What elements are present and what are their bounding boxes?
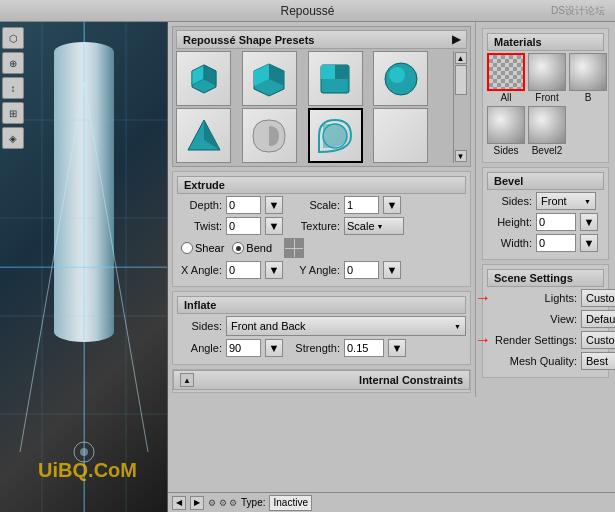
- preset-3[interactable]: [308, 51, 363, 106]
- svg-point-12: [80, 448, 88, 456]
- bottom-icons: ⚙ ⚙ ⚙: [208, 498, 237, 508]
- bevel-height-dropdown[interactable]: ▼: [580, 213, 598, 231]
- xangle-input[interactable]: [226, 261, 261, 279]
- svg-point-23: [389, 67, 405, 83]
- right-panel: Repoussé Shape Presets ▶: [168, 22, 615, 512]
- texture-select[interactable]: Scale ▼: [344, 217, 404, 235]
- render-label: Render Settings:: [487, 334, 577, 346]
- depth-dropdown[interactable]: ▼: [265, 196, 283, 214]
- scroll-thumb[interactable]: [455, 65, 467, 95]
- watermark: DS设计论坛: [551, 4, 605, 18]
- scale-input[interactable]: [344, 196, 379, 214]
- tool-btn-1[interactable]: ⬡: [2, 27, 24, 49]
- bevel-sides-label: Sides:: [487, 195, 532, 207]
- bottom-nav-right[interactable]: ▶: [190, 496, 204, 510]
- type-label: Type:: [241, 497, 265, 508]
- bevel-height-label: Height:: [487, 216, 532, 228]
- mesh-select[interactable]: Best: [581, 352, 615, 370]
- canvas-area: ⬡ ⊕ ↕ ⊞ ◈ U: [0, 22, 168, 512]
- cylinder-shape: [54, 42, 114, 342]
- material-sides[interactable]: Sides: [487, 106, 525, 156]
- bevel-width-dropdown[interactable]: ▼: [580, 234, 598, 252]
- materials-section: Materials All Front: [482, 28, 609, 163]
- material-bevel2[interactable]: Bevel2: [528, 106, 566, 156]
- scale-label: Scale:: [295, 199, 340, 211]
- inflate-strength-label: Strength:: [295, 342, 340, 354]
- material-all-label: All: [500, 92, 511, 103]
- lights-select[interactable]: Custom: [581, 289, 615, 307]
- canvas-watermark: UiBQ.CoM: [38, 459, 137, 482]
- tool-btn-4[interactable]: ⊞: [2, 102, 24, 124]
- inflate-angle-input[interactable]: [226, 339, 261, 357]
- preset-8[interactable]: [373, 108, 428, 163]
- preset-1[interactable]: [176, 51, 231, 106]
- material-sides-label: Sides: [493, 145, 518, 156]
- depth-input[interactable]: [226, 196, 261, 214]
- inflate-section: Inflate Sides: Front and Back ▼ Angle: ▼: [172, 291, 471, 365]
- type-select[interactable]: Inactive: [269, 495, 311, 511]
- presets-arrow[interactable]: ▶: [452, 33, 460, 46]
- bevel-width-input[interactable]: [536, 234, 576, 252]
- lights-label: Lights:: [487, 292, 577, 304]
- twist-dropdown[interactable]: ▼: [265, 217, 283, 235]
- lights-red-arrow: →: [475, 289, 491, 307]
- view-select[interactable]: Default: [581, 310, 615, 328]
- material-b[interactable]: B: [569, 53, 607, 103]
- inflate-angle-label: Angle:: [177, 342, 222, 354]
- xangle-dropdown[interactable]: ▼: [265, 261, 283, 279]
- preset-6[interactable]: [242, 108, 297, 163]
- tool-btn-5[interactable]: ◈: [2, 127, 24, 149]
- bottom-bar: ◀ ▶ ⚙ ⚙ ⚙ Type: Inactive: [168, 492, 615, 512]
- bevel-sides-select[interactable]: Front ▼: [536, 192, 596, 210]
- scroll-down[interactable]: ▼: [455, 150, 467, 162]
- preset-5[interactable]: [176, 108, 231, 163]
- shear-radio[interactable]: Shear: [181, 242, 224, 254]
- preset-4[interactable]: [373, 51, 428, 106]
- material-front[interactable]: Front: [528, 53, 566, 103]
- scale-dropdown[interactable]: ▼: [383, 196, 401, 214]
- material-all[interactable]: All: [487, 53, 525, 103]
- title-bar: Repoussé DS设计论坛: [0, 0, 615, 22]
- view-label: View:: [487, 313, 577, 325]
- inflate-sides-select[interactable]: Front and Back ▼: [226, 316, 466, 336]
- bevel-header: Bevel: [487, 172, 604, 190]
- scene-section: Scene Settings Lights: Custom → View: De: [482, 264, 609, 378]
- window-title: Repoussé: [280, 4, 334, 18]
- presets-scrollbar[interactable]: ▲ ▼: [453, 51, 467, 163]
- yangle-input[interactable]: [344, 261, 379, 279]
- mesh-label: Mesh Quality:: [487, 355, 577, 367]
- extrude-section: Extrude Depth: ▼ Scale: ▼ Twist: ▼: [172, 171, 471, 287]
- internal-arrow[interactable]: ▲: [180, 373, 194, 387]
- tool-btn-2[interactable]: ⊕: [2, 52, 24, 74]
- render-select[interactable]: Custom: [581, 331, 615, 349]
- inflate-strength-input[interactable]: [344, 339, 384, 357]
- material-b-label: B: [585, 92, 592, 103]
- inflate-angle-dropdown[interactable]: ▼: [265, 339, 283, 357]
- bottom-nav-left[interactable]: ◀: [172, 496, 186, 510]
- extrude-header: Extrude: [177, 176, 466, 194]
- bend-radio[interactable]: Bend: [232, 242, 272, 254]
- twist-input[interactable]: [226, 217, 261, 235]
- inflate-strength-dropdown[interactable]: ▼: [388, 339, 406, 357]
- internal-section: ▲ Internal Constraints: [172, 369, 471, 393]
- presets-header: Repoussé Shape Presets ▶: [176, 30, 467, 49]
- inflate-header: Inflate: [177, 296, 466, 314]
- bevel-height-input[interactable]: [536, 213, 576, 231]
- preset-2[interactable]: [242, 51, 297, 106]
- scene-header: Scene Settings: [487, 269, 604, 287]
- tool-btn-3[interactable]: ↕: [2, 77, 24, 99]
- materials-header: Materials: [487, 33, 604, 51]
- yangle-dropdown[interactable]: ▼: [383, 261, 401, 279]
- scroll-up[interactable]: ▲: [455, 52, 467, 64]
- svg-rect-20: [321, 65, 335, 79]
- presets-grid: [176, 51, 437, 163]
- materials-grid: All Front B: [487, 53, 604, 156]
- preset-7[interactable]: [308, 108, 363, 163]
- twist-label: Twist:: [177, 220, 222, 232]
- bend-grid-icon: [284, 238, 304, 258]
- render-red-arrow: →: [475, 331, 491, 349]
- material-front-label: Front: [535, 92, 558, 103]
- yangle-label: Y Angle:: [295, 264, 340, 276]
- svg-rect-21: [335, 65, 349, 79]
- presets-section: Repoussé Shape Presets ▶: [172, 26, 471, 167]
